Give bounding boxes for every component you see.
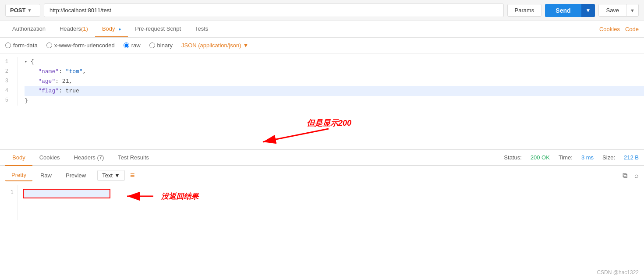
body-type-bar: form-data x-www-form-urlencoded raw bina… — [0, 38, 644, 53]
copy-icon[interactable]: ⧉ — [623, 172, 627, 180]
empty-response-line — [23, 189, 110, 198]
time-value: 3 ms — [581, 154, 594, 161]
url-input[interactable] — [44, 4, 504, 17]
response-content: 1 没返回结果 — [0, 185, 644, 220]
response-tab-test-results[interactable]: Test Results — [111, 150, 156, 166]
response-tab-headers[interactable]: Headers (7) — [67, 150, 111, 166]
status-label: Status: — [504, 154, 521, 161]
time-label: Time: — [559, 154, 573, 161]
resp-tab-pretty[interactable]: Pretty — [5, 170, 32, 181]
cookies-link[interactable]: Cookies — [599, 26, 620, 32]
response-tab-cookies[interactable]: Cookies — [32, 150, 67, 166]
form-data-radio[interactable]: form-data — [5, 42, 38, 49]
status-value: 200 OK — [531, 154, 550, 161]
raw-radio[interactable]: raw — [124, 42, 141, 49]
resp-line-numbers: 1 — [0, 185, 18, 220]
method-chevron-icon: ▼ — [27, 8, 32, 13]
response-tab-body[interactable]: Body — [5, 150, 32, 166]
binary-radio[interactable]: binary — [149, 42, 173, 49]
resp-tab-preview[interactable]: Preview — [60, 170, 92, 181]
tab-nav-right: Cookies Code — [599, 26, 639, 32]
tab-prerequest[interactable]: Pre-request Script — [128, 21, 188, 37]
code-line-2: "name": "tom", — [25, 67, 644, 77]
code-line-4: "flag": true — [25, 86, 644, 96]
no-result-annotation: 没返回结果 — [123, 190, 198, 203]
search-icon[interactable]: ⌕ — [634, 172, 639, 180]
code-content[interactable]: ▾ { "name": "tom", "age": 21, "flag": tr… — [18, 57, 644, 106]
annotation-arrow — [250, 124, 337, 146]
text-chevron-icon: ▼ — [114, 172, 120, 179]
line-numbers: 1 2 3 4 5 — [0, 57, 18, 106]
save-button-group: Save ▼ — [598, 4, 639, 17]
json-chevron-icon: ▼ — [243, 42, 249, 49]
tab-authorization[interactable]: Authorization — [5, 21, 53, 37]
svg-line-1 — [263, 129, 329, 142]
response-status: Status: 200 OK Time: 3 ms Size: 212 B — [504, 154, 639, 161]
params-button[interactable]: Params — [507, 4, 542, 17]
resp-code-area[interactable]: 没返回结果 — [18, 185, 644, 220]
code-line-5: } — [25, 96, 644, 106]
code-line-1: ▾ { — [25, 57, 644, 67]
size-value: 212 B — [624, 154, 639, 161]
send-button-group: Send ▼ — [545, 4, 595, 17]
size-label: Size: — [602, 154, 615, 161]
request-tab-nav: Authorization Headers(1) Body ● Pre-requ… — [0, 21, 644, 38]
tab-tests[interactable]: Tests — [188, 21, 215, 37]
save-dropdown-button[interactable]: ▼ — [626, 4, 638, 16]
send-button[interactable]: Send — [545, 4, 581, 17]
code-editor[interactable]: 1 2 3 4 5 ▾ { "name": "tom", "age": 21, … — [0, 53, 644, 150]
wrap-icon[interactable]: ≡ — [130, 171, 135, 180]
resp-tab-raw[interactable]: Raw — [34, 170, 58, 181]
json-type-selector[interactable]: JSON (application/json) ▼ — [181, 42, 248, 49]
tab-headers[interactable]: Headers(1) — [53, 21, 95, 37]
urlencoded-radio[interactable]: x-www-form-urlencoded — [46, 42, 115, 49]
no-result-arrow — [123, 190, 158, 203]
text-dropdown[interactable]: Text ▼ — [97, 170, 125, 181]
resp-icons-right: ⧉ ⌕ — [623, 172, 639, 180]
save-button[interactable]: Save — [599, 4, 626, 16]
code-line-3: "age": 21, — [25, 77, 644, 86]
top-bar: POST ▼ Params Send ▼ Save ▼ — [0, 0, 644, 21]
code-link[interactable]: Code — [625, 26, 639, 32]
response-tab-nav: Body Cookies Headers (7) Test Results St… — [0, 150, 644, 166]
annotation-area: 但是显示200 — [0, 109, 644, 144]
response-type-bar: Pretty Raw Preview Text ▼ ≡ ⧉ ⌕ — [0, 166, 644, 185]
send-dropdown-button[interactable]: ▼ — [581, 4, 595, 17]
method-label: POST — [10, 7, 25, 14]
method-selector[interactable]: POST ▼ — [5, 4, 40, 17]
tab-body[interactable]: Body ● — [95, 21, 128, 37]
